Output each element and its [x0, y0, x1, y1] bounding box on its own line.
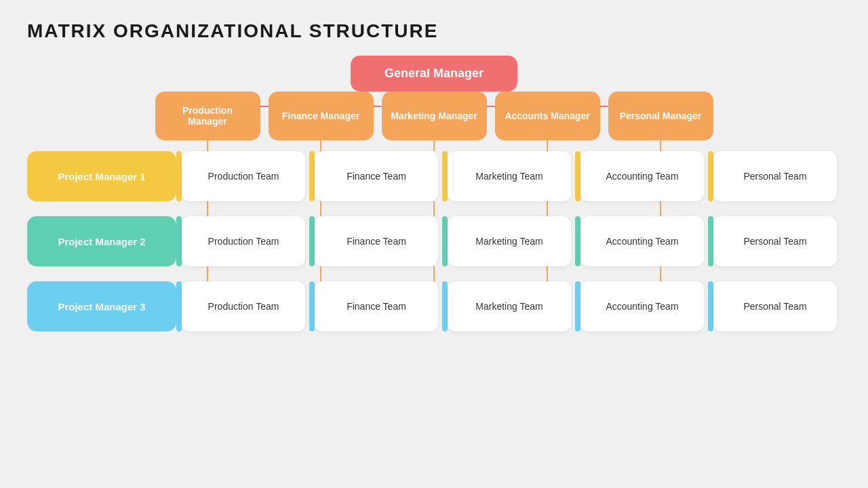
- color-bar-2-1: [309, 281, 315, 331]
- team-cell-wrapper-2-3: Accounting Team: [575, 277, 708, 336]
- manager-box-3: Accounts Manager: [495, 92, 600, 140]
- color-bar-1-1: [309, 216, 315, 266]
- team-box-1-4: Personal Team: [713, 216, 837, 266]
- team-cell-wrapper-2-2: Marketing Team: [442, 277, 575, 336]
- grid-row-0: Project Manager 1Production TeamFinance …: [27, 147, 841, 205]
- page-title: MATRIX ORGANIZATIONAL STRUCTURE: [27, 20, 841, 42]
- team-box-2-1: Finance Team: [315, 281, 438, 331]
- team-cells-0: Production TeamFinance TeamMarketing Tea…: [176, 147, 841, 205]
- gm-row: General Manager: [27, 56, 841, 92]
- team-cells-2: Production TeamFinance TeamMarketing Tea…: [176, 277, 841, 336]
- pm-box-0: Project Manager 1: [27, 151, 176, 201]
- team-box-0-2: Marketing Team: [448, 151, 571, 201]
- team-cell-wrapper-1-3: Accounting Team: [575, 212, 708, 270]
- color-bar-0-3: [575, 151, 580, 201]
- team-cell-wrapper-2-4: Personal Team: [708, 277, 841, 336]
- manager-box-2: Marketing Manager: [382, 92, 487, 140]
- team-cell-wrapper-2-1: Finance Team: [309, 277, 442, 336]
- team-box-1-0: Production Team: [182, 216, 305, 266]
- pm-box-1: Project Manager 2: [27, 216, 176, 266]
- page: MATRIX ORGANIZATIONAL STRUCTURE General …: [0, 0, 868, 488]
- team-box-2-3: Accounting Team: [580, 281, 704, 331]
- color-bar-1-0: [176, 216, 182, 266]
- team-cell-wrapper-0-0: Production Team: [176, 147, 309, 205]
- team-box-1-2: Marketing Team: [448, 216, 571, 266]
- team-box-2-4: Personal Team: [713, 281, 837, 331]
- color-bar-0-4: [708, 151, 713, 201]
- grid-row-2: Project Manager 3Production TeamFinance …: [27, 277, 841, 336]
- team-cell-wrapper-1-2: Marketing Team: [442, 212, 575, 270]
- team-cells-1: Production TeamFinance TeamMarketing Tea…: [176, 212, 841, 270]
- team-cell-wrapper-1-1: Finance Team: [309, 212, 442, 270]
- team-box-2-0: Production Team: [182, 281, 305, 331]
- color-bar-0-1: [309, 151, 315, 201]
- team-cell-wrapper-2-0: Production Team: [176, 277, 309, 336]
- manager-box-4: Personal Manager: [608, 92, 713, 140]
- managers-row: Production ManagerFinance ManagerMarketi…: [27, 92, 841, 140]
- team-cell-wrapper-0-3: Accounting Team: [575, 147, 708, 205]
- team-box-0-1: Finance Team: [315, 151, 438, 201]
- team-box-2-2: Marketing Team: [448, 281, 571, 331]
- team-box-0-4: Personal Team: [713, 151, 837, 201]
- team-box-1-1: Finance Team: [315, 216, 438, 266]
- team-box-0-0: Production Team: [182, 151, 305, 201]
- color-bar-2-0: [176, 281, 182, 331]
- pm-box-2: Project Manager 3: [27, 281, 176, 331]
- team-cell-wrapper-0-4: Personal Team: [708, 147, 841, 205]
- color-bar-0-0: [176, 151, 182, 201]
- color-bar-0-2: [442, 151, 448, 201]
- gm-box: General Manager: [351, 56, 517, 92]
- color-bar-2-4: [708, 281, 713, 331]
- color-bar-1-3: [575, 216, 580, 266]
- team-box-0-3: Accounting Team: [580, 151, 704, 201]
- color-bar-2-2: [442, 281, 448, 331]
- team-cell-wrapper-1-0: Production Team: [176, 212, 309, 270]
- team-cell-wrapper-0-1: Finance Team: [309, 147, 442, 205]
- color-bar-1-4: [708, 216, 713, 266]
- team-cell-wrapper-1-4: Personal Team: [708, 212, 841, 270]
- team-cell-wrapper-0-2: Marketing Team: [442, 147, 575, 205]
- chart-wrapper: General Manager Production ManagerFinanc…: [27, 56, 841, 336]
- manager-box-0: Production Manager: [155, 92, 260, 140]
- grid-section: Project Manager 1Production TeamFinance …: [27, 140, 841, 336]
- manager-box-1: Finance Manager: [269, 92, 374, 140]
- grid-row-1: Project Manager 2Production TeamFinance …: [27, 212, 841, 270]
- color-bar-1-2: [442, 216, 448, 266]
- team-box-1-3: Accounting Team: [580, 216, 704, 266]
- color-bar-2-3: [575, 281, 580, 331]
